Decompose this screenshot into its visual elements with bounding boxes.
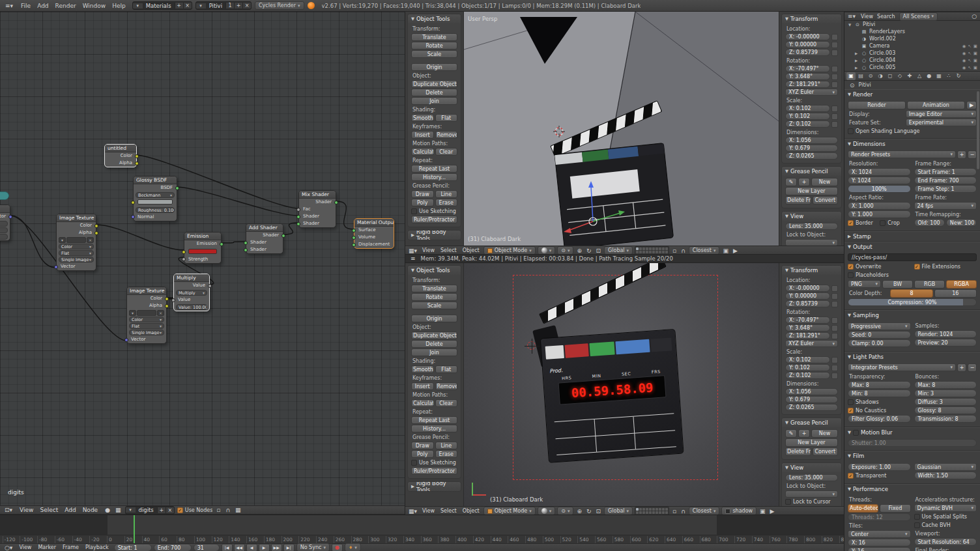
toggle-8[interactable]: 8 xyxy=(890,289,932,298)
field-x-70-497[interactable]: X: -70.497° xyxy=(785,317,830,324)
visibility-eye-icon[interactable]: ◉ xyxy=(962,58,966,63)
viewport-canvas[interactable]: User Persp (31) Claboard Dark xyxy=(464,12,779,246)
color-swatch[interactable] xyxy=(137,199,173,205)
field-x-70-497[interactable]: X: -70.497° xyxy=(785,65,830,72)
grease-pencil-add-icon[interactable]: + xyxy=(798,429,810,438)
field-seed-0[interactable]: Seed: 0 xyxy=(848,331,911,339)
visibility-eye-icon[interactable]: ◉ xyxy=(962,51,966,56)
selectable-arrow-icon[interactable]: ↖ xyxy=(968,65,971,70)
lock-icon[interactable] xyxy=(831,333,838,339)
field-z-0-0265[interactable]: Z: 0.0265 xyxy=(785,152,838,160)
checkbox-use-sketching-sessions[interactable]: Use Sketching Sessions xyxy=(411,459,457,466)
translate-manipulator-icon[interactable]: ⊕ xyxy=(575,508,583,515)
image-unlink-icon[interactable]: × xyxy=(87,237,94,243)
btn-rotate[interactable]: Rotate xyxy=(411,42,457,49)
btn-origin[interactable]: Origin xyxy=(411,63,457,71)
field-x-0-102[interactable]: X: 0.102 xyxy=(785,105,830,112)
field-start-resolution-64[interactable]: Start Resolution: 64 xyxy=(914,538,977,546)
sync-mode-select[interactable]: No Sync▾ xyxy=(296,543,330,551)
editor-type-icon[interactable]: ≡▾ xyxy=(4,3,14,9)
menu-object[interactable]: Object xyxy=(461,508,482,514)
outliner-row-renderlayers[interactable]: ▤RenderLayers xyxy=(844,28,980,35)
scene-users-badge[interactable]: 1 xyxy=(225,3,234,8)
node-multiply[interactable]: MultiplyValue▾MultiplyValueValue: 100.00… xyxy=(173,274,210,311)
btn-clear[interactable]: Clear xyxy=(435,399,458,407)
grease-pencil-draw-icon[interactable]: ✎ xyxy=(785,178,797,186)
timeline-canvas[interactable] xyxy=(0,515,844,535)
menu-node[interactable]: Node xyxy=(79,507,102,513)
input-socket-strength[interactable] xyxy=(182,257,186,261)
node-select-flat[interactable]: ▾Flat xyxy=(59,250,94,256)
lock-icon[interactable] xyxy=(831,34,838,40)
field-y-0-102[interactable]: Y: 0.102 xyxy=(785,364,830,371)
tab-material[interactable]: ● xyxy=(925,72,934,80)
btn-delete[interactable]: Delete xyxy=(411,89,457,96)
input-socket-shader[interactable] xyxy=(244,248,248,252)
field-lens-35-000[interactable]: Lens: 35.000 xyxy=(785,474,838,481)
btn-translate[interactable]: Translate xyxy=(411,33,457,41)
snap-magnet-icon[interactable]: ∩ xyxy=(680,508,687,515)
image-unlink-icon[interactable]: × xyxy=(157,310,164,316)
node-field-value-100-000[interactable]: Value: 100.000 xyxy=(176,304,207,310)
field-x-0-102[interactable]: X: 0.102 xyxy=(785,356,830,363)
select-progressive[interactable]: Progressive▾ xyxy=(848,322,911,330)
btn-poly[interactable]: Poly xyxy=(411,199,434,206)
grease-pencil-add-icon[interactable]: + xyxy=(798,178,810,186)
input-socket-shader[interactable] xyxy=(296,215,300,219)
btn-duplicate-objects[interactable]: Duplicate Objects xyxy=(411,80,457,88)
image-browse-icon[interactable]: ▾ xyxy=(129,310,136,316)
field-z-0-102[interactable]: Z: 0.102 xyxy=(785,120,830,128)
panel-header-view[interactable]: ▼View xyxy=(782,463,841,472)
input-socket-value[interactable] xyxy=(171,298,175,302)
toggle-auto-detect[interactable]: Auto-detect xyxy=(848,504,878,513)
btn-calculate[interactable]: Calculate xyxy=(411,148,434,156)
outliner-row-pitivi[interactable]: ▼⊙Pitivi xyxy=(844,21,980,28)
use-nodes-checkbox[interactable]: ✓ Use Nodes xyxy=(177,506,213,514)
current-frame-field[interactable]: 31 xyxy=(194,544,220,551)
field-x-0-00000[interactable]: X: -0.00000 xyxy=(785,33,830,40)
menu-window[interactable]: Window xyxy=(79,3,109,9)
add-scene-button[interactable]: + xyxy=(234,3,242,8)
toggle-16[interactable]: 16 xyxy=(934,289,977,298)
menu-select[interactable]: Select xyxy=(36,507,61,513)
scene-name[interactable]: Pitivi xyxy=(206,3,225,9)
image-browse-icon[interactable]: ▾ xyxy=(59,237,66,243)
jump-to-end-button[interactable]: ▶| xyxy=(283,544,295,551)
btn-insert[interactable]: Insert xyxy=(411,382,434,390)
field-shutter-1-00[interactable]: Shutter: 1.00 xyxy=(848,439,977,447)
menu-playback[interactable]: Playback xyxy=(82,544,112,550)
checkbox-open-shading-language[interactable]: Open Shading Language xyxy=(848,127,977,135)
field-x-1-056[interactable]: X: 1.056 xyxy=(785,388,838,395)
btn-delete-frame[interactable]: Delete Frame xyxy=(785,447,811,456)
output-socket-alpha[interactable] xyxy=(165,304,169,308)
expand-icon[interactable]: ▶ xyxy=(854,66,859,70)
output-socket-value[interactable] xyxy=(208,284,212,288)
output-socket-bsdf[interactable] xyxy=(175,186,179,190)
btn-insert[interactable]: Insert xyxy=(411,131,434,139)
node-select-color[interactable]: ▾Color xyxy=(129,317,164,322)
select-gaussian[interactable]: Gaussian▾ xyxy=(914,463,977,471)
render-engine-select[interactable]: Cycles Render▾ xyxy=(255,1,304,10)
checkbox-use-sketching-sessions[interactable]: Use Sketching Sessions xyxy=(411,207,457,215)
btn-item[interactable]: − xyxy=(968,363,977,372)
btn-draw[interactable]: Draw xyxy=(411,442,434,449)
end-frame-field[interactable]: End: 700 xyxy=(154,544,192,551)
grease-pencil-draw-icon[interactable]: ✎ xyxy=(785,429,797,438)
play-button[interactable]: ▶ xyxy=(966,101,977,109)
field-z-181-291[interactable]: Z: 181.291° xyxy=(785,81,830,88)
btn-convert[interactable]: Convert xyxy=(813,196,839,205)
node-image-texture[interactable]: Image TextureColorAlpha▾×▾Color▾Flat▾Sin… xyxy=(126,287,167,344)
next-keyframe-button[interactable]: ▶▶ xyxy=(271,544,282,551)
input-socket-volume[interactable] xyxy=(352,236,356,240)
panel-header-render[interactable]: ▼Render xyxy=(844,90,980,99)
visibility-eye-icon[interactable]: ◉ xyxy=(962,65,966,70)
toggle-fixed[interactable]: Fixed xyxy=(880,504,910,513)
outliner-row-circle-004[interactable]: ▶○Circle.004◉↖▣ xyxy=(844,57,980,64)
btn-delete[interactable]: Delete xyxy=(411,340,457,348)
select-integrator-presets[interactable]: Integrator Presets▾ xyxy=(848,363,956,371)
btn-remove[interactable]: Remove xyxy=(435,131,458,139)
field-y-16[interactable]: Y: 16 xyxy=(848,547,911,551)
image-datablock-row[interactable]: ▾× xyxy=(129,310,164,316)
select-24-fps[interactable]: 24 fps▾ xyxy=(914,202,977,210)
field-y-0-102[interactable]: Y: 0.102 xyxy=(785,113,830,120)
